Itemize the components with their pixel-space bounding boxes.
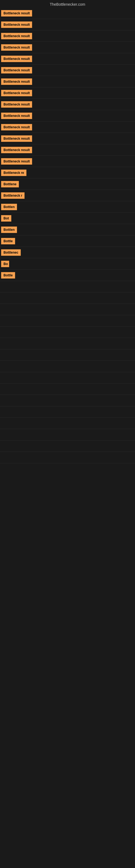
list-item <box>0 383 135 395</box>
list-item: Bottle <box>0 236 135 247</box>
list-item: Bottleneck result <box>0 99 135 110</box>
bottleneck-result-badge: Bot <box>1 215 11 222</box>
bottleneck-result-badge: Bottleneck result <box>1 33 32 39</box>
bottleneck-result-badge: Bottleneck result <box>1 90 32 96</box>
bottleneck-result-badge: Bottleneck result <box>1 22 32 28</box>
bottleneck-result-badge: Bottlenec <box>1 249 21 256</box>
list-item <box>0 429 135 440</box>
bottleneck-result-badge: Bo <box>1 261 9 267</box>
list-item: Bo <box>0 258 135 270</box>
list-item: Bottleneck result <box>0 156 135 167</box>
bottleneck-result-badge: Bottlen <box>1 204 17 210</box>
list-item <box>0 372 135 383</box>
list-item: Bottleneck result <box>0 122 135 133</box>
list-item: Bottlen <box>0 201 135 213</box>
list-item <box>0 406 135 418</box>
list-item: Bottleneck r <box>0 190 135 201</box>
list-item: Bottleneck result <box>0 30 135 42</box>
bottleneck-result-badge: Bottleneck result <box>1 147 32 153</box>
bottleneck-result-badge: Bottleneck result <box>1 67 32 73</box>
bottleneck-result-badge: Bottleneck result <box>1 135 32 142</box>
list-item: Bottle <box>0 270 135 281</box>
list-item <box>0 361 135 372</box>
bottleneck-result-badge: Bottleneck re <box>1 169 27 176</box>
bottleneck-result-badge: Bottleneck r <box>1 192 25 199</box>
list-item: Bot <box>0 213 135 224</box>
list-item <box>0 315 135 327</box>
site-title-text: TheBottlenecker.com <box>50 2 85 6</box>
bottleneck-result-badge: Bottleneck result <box>1 113 32 119</box>
list-item: Bottleneck result <box>0 65 135 76</box>
list-item <box>0 452 135 463</box>
list-item: Bottleneck result <box>0 110 135 122</box>
bottleneck-result-badge: Bottleneck result <box>1 158 32 165</box>
list-item <box>0 304 135 315</box>
list-item <box>0 292 135 304</box>
list-item: Bottleneck result <box>0 42 135 53</box>
bottleneck-result-badge: Bottle <box>1 238 15 244</box>
list-item <box>0 440 135 452</box>
site-title: TheBottlenecker.com <box>0 0 135 8</box>
bottleneck-result-badge: Bottlene <box>1 181 19 187</box>
list-item: Bottleneck result <box>0 53 135 65</box>
list-item: Bottleneck result <box>0 19 135 30</box>
list-item <box>0 395 135 406</box>
bottleneck-result-badge: Bottleneck result <box>1 79 32 85</box>
list-item: Bottleneck result <box>0 133 135 144</box>
list-item: Bottlene <box>0 179 135 190</box>
list-item: Bottlenec <box>0 247 135 258</box>
bottleneck-result-badge: Bottleneck result <box>1 44 32 51</box>
bottleneck-result-badge: Bottlen <box>1 226 17 233</box>
list-item <box>0 349 135 361</box>
bottleneck-result-badge: Bottleneck result <box>1 124 32 130</box>
list-item <box>0 338 135 349</box>
list-item: Bottleneck result <box>0 76 135 87</box>
list-item <box>0 418 135 429</box>
list-item: Bottleneck re <box>0 167 135 179</box>
list-item: Bottleneck result <box>0 87 135 99</box>
list-item <box>0 327 135 338</box>
list-item: Bottleneck result <box>0 144 135 156</box>
list-item: Bottlen <box>0 224 135 236</box>
list-item: Bottleneck result <box>0 8 135 19</box>
bottleneck-result-badge: Bottleneck result <box>1 10 32 17</box>
list-item <box>0 281 135 292</box>
bottleneck-result-badge: Bottleneck result <box>1 101 32 108</box>
bottleneck-result-badge: Bottleneck result <box>1 56 32 62</box>
bottleneck-result-badge: Bottle <box>1 272 15 279</box>
